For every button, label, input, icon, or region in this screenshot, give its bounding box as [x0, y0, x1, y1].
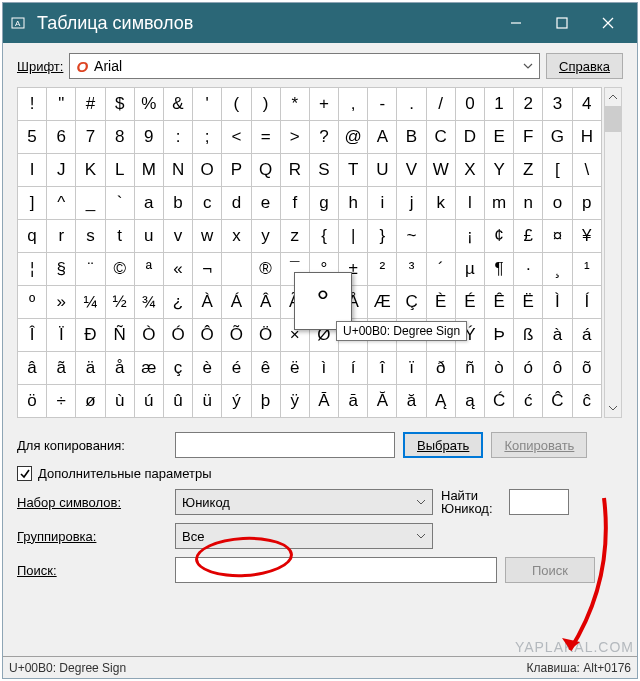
char-cell[interactable]: Ì	[543, 286, 572, 319]
char-cell[interactable]: ć	[514, 385, 543, 418]
char-cell[interactable]: Ĉ	[543, 385, 572, 418]
char-cell[interactable]: Ò	[134, 319, 163, 352]
char-cell[interactable]: ¾	[134, 286, 163, 319]
char-cell[interactable]: )	[251, 88, 280, 121]
minimize-button[interactable]	[493, 3, 539, 43]
char-cell[interactable]: &	[163, 88, 192, 121]
char-cell[interactable]: 4	[572, 88, 601, 121]
char-cell[interactable]: æ	[134, 352, 163, 385]
char-cell[interactable]: å	[105, 352, 134, 385]
char-cell[interactable]: ă	[397, 385, 426, 418]
char-cell[interactable]: ú	[134, 385, 163, 418]
char-cell[interactable]: û	[163, 385, 192, 418]
char-cell[interactable]: 5	[18, 121, 47, 154]
char-cell[interactable]: Ï	[47, 319, 76, 352]
char-cell[interactable]: ą	[455, 385, 484, 418]
advanced-checkbox[interactable]: Дополнительные параметры	[17, 466, 623, 481]
char-cell[interactable]: Ô	[193, 319, 222, 352]
char-cell[interactable]: Æ	[368, 286, 397, 319]
char-cell[interactable]: -	[368, 88, 397, 121]
char-cell[interactable]: ³	[397, 253, 426, 286]
char-cell[interactable]: =	[251, 121, 280, 154]
char-cell[interactable]: ¦	[18, 253, 47, 286]
char-cell[interactable]: Â	[251, 286, 280, 319]
char-cell[interactable]	[426, 220, 455, 253]
char-cell[interactable]: '	[193, 88, 222, 121]
char-cell[interactable]: w	[193, 220, 222, 253]
char-cell[interactable]: R	[280, 154, 309, 187]
char-cell[interactable]: z	[280, 220, 309, 253]
char-cell[interactable]: ¶	[485, 253, 514, 286]
char-cell[interactable]: µ	[455, 253, 484, 286]
char-cell[interactable]: 3	[543, 88, 572, 121]
char-cell[interactable]: $	[105, 88, 134, 121]
char-cell[interactable]: c	[193, 187, 222, 220]
char-cell[interactable]: S	[309, 154, 338, 187]
char-cell[interactable]: >	[280, 121, 309, 154]
char-cell[interactable]: ¸	[543, 253, 572, 286]
char-cell[interactable]: ò	[485, 352, 514, 385]
copy-input[interactable]	[175, 432, 395, 458]
char-cell[interactable]: E	[485, 121, 514, 154]
char-cell[interactable]: ,	[339, 88, 368, 121]
char-cell[interactable]: ¼	[76, 286, 105, 319]
char-cell[interactable]: Í	[572, 286, 601, 319]
char-cell[interactable]: `	[105, 187, 134, 220]
char-cell[interactable]: Õ	[222, 319, 251, 352]
char-cell[interactable]: ¿	[163, 286, 192, 319]
char-cell[interactable]: ²	[368, 253, 397, 286]
char-cell[interactable]: i	[368, 187, 397, 220]
char-cell[interactable]: ¤	[543, 220, 572, 253]
scroll-thumb[interactable]	[605, 106, 621, 132]
char-cell[interactable]: 9	[134, 121, 163, 154]
char-cell[interactable]: Z	[514, 154, 543, 187]
char-cell[interactable]: É	[455, 286, 484, 319]
char-cell[interactable]: r	[47, 220, 76, 253]
char-cell[interactable]: <	[222, 121, 251, 154]
char-cell[interactable]: ø	[76, 385, 105, 418]
char-cell[interactable]: s	[76, 220, 105, 253]
char-cell[interactable]: ô	[543, 352, 572, 385]
char-cell[interactable]: Á	[222, 286, 251, 319]
char-cell[interactable]: v	[163, 220, 192, 253]
char-cell[interactable]: o	[543, 187, 572, 220]
char-cell[interactable]: y	[251, 220, 280, 253]
char-cell[interactable]: î	[368, 352, 397, 385]
char-cell[interactable]: e	[251, 187, 280, 220]
char-cell[interactable]: \	[572, 154, 601, 187]
char-cell[interactable]: J	[47, 154, 76, 187]
char-cell[interactable]: ^	[47, 187, 76, 220]
help-button[interactable]: Справка	[546, 53, 623, 79]
char-cell[interactable]: à	[543, 319, 572, 352]
char-cell[interactable]: a	[134, 187, 163, 220]
char-cell[interactable]: ß	[514, 319, 543, 352]
char-cell[interactable]: »	[47, 286, 76, 319]
char-cell[interactable]: H	[572, 121, 601, 154]
char-cell[interactable]: u	[134, 220, 163, 253]
char-cell[interactable]: m	[485, 187, 514, 220]
char-cell[interactable]: (	[222, 88, 251, 121]
char-cell[interactable]: ā	[339, 385, 368, 418]
close-button[interactable]	[585, 3, 631, 43]
grid-scrollbar[interactable]	[604, 87, 622, 418]
scroll-up-icon[interactable]	[605, 88, 621, 106]
char-cell[interactable]: ¬	[193, 253, 222, 286]
font-select[interactable]: O Arial	[69, 53, 540, 79]
select-button[interactable]: Выбрать	[403, 432, 483, 458]
char-cell[interactable]: Q	[251, 154, 280, 187]
charset-select[interactable]: Юникод	[175, 489, 433, 515]
scroll-down-icon[interactable]	[605, 399, 621, 417]
char-cell[interactable]: Ë	[514, 286, 543, 319]
char-cell[interactable]: }	[368, 220, 397, 253]
char-cell[interactable]: W	[426, 154, 455, 187]
char-cell[interactable]: ë	[280, 352, 309, 385]
char-cell[interactable]: "	[47, 88, 76, 121]
char-cell[interactable]: f	[280, 187, 309, 220]
char-cell[interactable]: £	[514, 220, 543, 253]
char-cell[interactable]: L	[105, 154, 134, 187]
char-cell[interactable]: :	[163, 121, 192, 154]
char-cell[interactable]: 2	[514, 88, 543, 121]
char-cell[interactable]: Ñ	[105, 319, 134, 352]
char-cell[interactable]: 8	[105, 121, 134, 154]
char-cell[interactable]: Þ	[485, 319, 514, 352]
